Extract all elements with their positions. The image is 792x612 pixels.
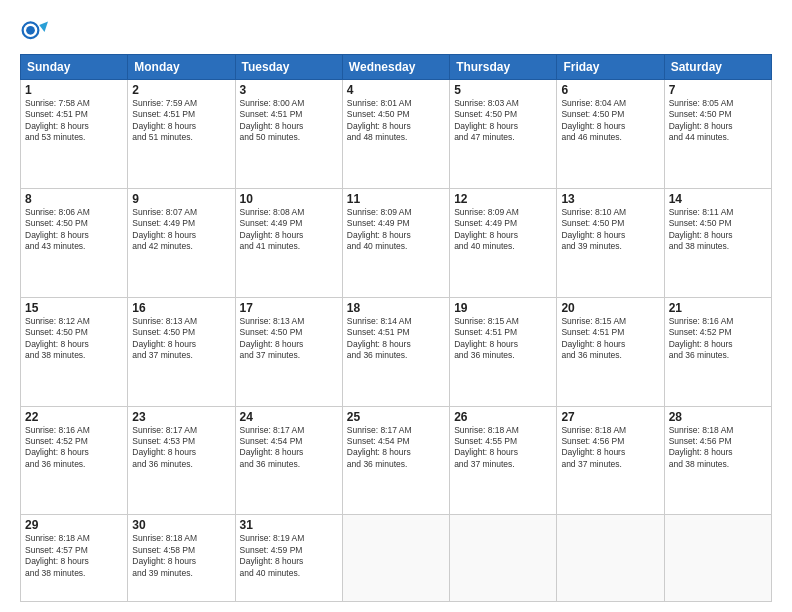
calendar-cell: 27Sunrise: 8:18 AM Sunset: 4:56 PM Dayli… — [557, 406, 664, 515]
day-info: Sunrise: 8:11 AM Sunset: 4:50 PM Dayligh… — [669, 207, 767, 253]
day-number: 27 — [561, 410, 659, 424]
day-info: Sunrise: 8:12 AM Sunset: 4:50 PM Dayligh… — [25, 316, 123, 362]
calendar-cell: 11Sunrise: 8:09 AM Sunset: 4:49 PM Dayli… — [342, 188, 449, 297]
day-number: 21 — [669, 301, 767, 315]
svg-point-1 — [26, 26, 35, 35]
day-number: 22 — [25, 410, 123, 424]
calendar-cell: 7Sunrise: 8:05 AM Sunset: 4:50 PM Daylig… — [664, 80, 771, 189]
day-number: 15 — [25, 301, 123, 315]
day-number: 4 — [347, 83, 445, 97]
day-info: Sunrise: 8:08 AM Sunset: 4:49 PM Dayligh… — [240, 207, 338, 253]
calendar-header-monday: Monday — [128, 55, 235, 80]
day-number: 7 — [669, 83, 767, 97]
calendar-cell: 1Sunrise: 7:58 AM Sunset: 4:51 PM Daylig… — [21, 80, 128, 189]
calendar-cell: 5Sunrise: 8:03 AM Sunset: 4:50 PM Daylig… — [450, 80, 557, 189]
day-info: Sunrise: 8:18 AM Sunset: 4:58 PM Dayligh… — [132, 533, 230, 579]
day-number: 11 — [347, 192, 445, 206]
calendar-cell: 24Sunrise: 8:17 AM Sunset: 4:54 PM Dayli… — [235, 406, 342, 515]
calendar-cell: 19Sunrise: 8:15 AM Sunset: 4:51 PM Dayli… — [450, 297, 557, 406]
day-info: Sunrise: 8:05 AM Sunset: 4:50 PM Dayligh… — [669, 98, 767, 144]
calendar-header-saturday: Saturday — [664, 55, 771, 80]
day-info: Sunrise: 8:14 AM Sunset: 4:51 PM Dayligh… — [347, 316, 445, 362]
day-number: 30 — [132, 518, 230, 532]
calendar-cell: 14Sunrise: 8:11 AM Sunset: 4:50 PM Dayli… — [664, 188, 771, 297]
day-number: 23 — [132, 410, 230, 424]
calendar-cell: 13Sunrise: 8:10 AM Sunset: 4:50 PM Dayli… — [557, 188, 664, 297]
calendar-cell: 25Sunrise: 8:17 AM Sunset: 4:54 PM Dayli… — [342, 406, 449, 515]
calendar-cell: 28Sunrise: 8:18 AM Sunset: 4:56 PM Dayli… — [664, 406, 771, 515]
calendar-cell: 21Sunrise: 8:16 AM Sunset: 4:52 PM Dayli… — [664, 297, 771, 406]
calendar-header-sunday: Sunday — [21, 55, 128, 80]
day-number: 26 — [454, 410, 552, 424]
logo-icon — [20, 18, 48, 46]
calendar-cell: 15Sunrise: 8:12 AM Sunset: 4:50 PM Dayli… — [21, 297, 128, 406]
day-info: Sunrise: 8:17 AM Sunset: 4:53 PM Dayligh… — [132, 425, 230, 471]
calendar-cell: 12Sunrise: 8:09 AM Sunset: 4:49 PM Dayli… — [450, 188, 557, 297]
calendar-header-thursday: Thursday — [450, 55, 557, 80]
day-number: 25 — [347, 410, 445, 424]
calendar-cell: 10Sunrise: 8:08 AM Sunset: 4:49 PM Dayli… — [235, 188, 342, 297]
calendar-cell: 9Sunrise: 8:07 AM Sunset: 4:49 PM Daylig… — [128, 188, 235, 297]
day-number: 2 — [132, 83, 230, 97]
calendar-cell: 20Sunrise: 8:15 AM Sunset: 4:51 PM Dayli… — [557, 297, 664, 406]
calendar-cell: 6Sunrise: 8:04 AM Sunset: 4:50 PM Daylig… — [557, 80, 664, 189]
calendar-cell — [342, 515, 449, 602]
logo — [20, 18, 52, 46]
calendar-cell: 8Sunrise: 8:06 AM Sunset: 4:50 PM Daylig… — [21, 188, 128, 297]
day-number: 12 — [454, 192, 552, 206]
calendar-cell: 16Sunrise: 8:13 AM Sunset: 4:50 PM Dayli… — [128, 297, 235, 406]
day-info: Sunrise: 8:16 AM Sunset: 4:52 PM Dayligh… — [669, 316, 767, 362]
calendar-cell: 30Sunrise: 8:18 AM Sunset: 4:58 PM Dayli… — [128, 515, 235, 602]
calendar-cell: 2Sunrise: 7:59 AM Sunset: 4:51 PM Daylig… — [128, 80, 235, 189]
calendar-cell: 31Sunrise: 8:19 AM Sunset: 4:59 PM Dayli… — [235, 515, 342, 602]
calendar-cell — [450, 515, 557, 602]
day-number: 28 — [669, 410, 767, 424]
day-number: 8 — [25, 192, 123, 206]
day-info: Sunrise: 8:13 AM Sunset: 4:50 PM Dayligh… — [132, 316, 230, 362]
header — [20, 18, 772, 46]
day-info: Sunrise: 8:09 AM Sunset: 4:49 PM Dayligh… — [454, 207, 552, 253]
calendar-header-friday: Friday — [557, 55, 664, 80]
day-info: Sunrise: 8:10 AM Sunset: 4:50 PM Dayligh… — [561, 207, 659, 253]
calendar-cell: 17Sunrise: 8:13 AM Sunset: 4:50 PM Dayli… — [235, 297, 342, 406]
day-info: Sunrise: 8:19 AM Sunset: 4:59 PM Dayligh… — [240, 533, 338, 579]
calendar-cell — [664, 515, 771, 602]
day-info: Sunrise: 8:03 AM Sunset: 4:50 PM Dayligh… — [454, 98, 552, 144]
calendar-table: SundayMondayTuesdayWednesdayThursdayFrid… — [20, 54, 772, 602]
day-info: Sunrise: 8:01 AM Sunset: 4:50 PM Dayligh… — [347, 98, 445, 144]
calendar-cell: 18Sunrise: 8:14 AM Sunset: 4:51 PM Dayli… — [342, 297, 449, 406]
calendar-cell: 3Sunrise: 8:00 AM Sunset: 4:51 PM Daylig… — [235, 80, 342, 189]
day-info: Sunrise: 8:17 AM Sunset: 4:54 PM Dayligh… — [347, 425, 445, 471]
svg-marker-2 — [39, 22, 48, 33]
day-number: 17 — [240, 301, 338, 315]
day-number: 10 — [240, 192, 338, 206]
day-info: Sunrise: 8:15 AM Sunset: 4:51 PM Dayligh… — [561, 316, 659, 362]
day-info: Sunrise: 8:18 AM Sunset: 4:56 PM Dayligh… — [561, 425, 659, 471]
day-info: Sunrise: 8:09 AM Sunset: 4:49 PM Dayligh… — [347, 207, 445, 253]
day-number: 13 — [561, 192, 659, 206]
day-info: Sunrise: 8:18 AM Sunset: 4:55 PM Dayligh… — [454, 425, 552, 471]
day-number: 1 — [25, 83, 123, 97]
calendar-header-row: SundayMondayTuesdayWednesdayThursdayFrid… — [21, 55, 772, 80]
day-info: Sunrise: 8:16 AM Sunset: 4:52 PM Dayligh… — [25, 425, 123, 471]
day-info: Sunrise: 8:06 AM Sunset: 4:50 PM Dayligh… — [25, 207, 123, 253]
day-info: Sunrise: 8:17 AM Sunset: 4:54 PM Dayligh… — [240, 425, 338, 471]
day-number: 14 — [669, 192, 767, 206]
day-number: 16 — [132, 301, 230, 315]
day-info: Sunrise: 7:58 AM Sunset: 4:51 PM Dayligh… — [25, 98, 123, 144]
day-info: Sunrise: 8:00 AM Sunset: 4:51 PM Dayligh… — [240, 98, 338, 144]
calendar-cell: 26Sunrise: 8:18 AM Sunset: 4:55 PM Dayli… — [450, 406, 557, 515]
day-info: Sunrise: 8:07 AM Sunset: 4:49 PM Dayligh… — [132, 207, 230, 253]
day-number: 20 — [561, 301, 659, 315]
calendar-cell — [557, 515, 664, 602]
day-number: 3 — [240, 83, 338, 97]
day-number: 29 — [25, 518, 123, 532]
day-info: Sunrise: 8:15 AM Sunset: 4:51 PM Dayligh… — [454, 316, 552, 362]
calendar-cell: 29Sunrise: 8:18 AM Sunset: 4:57 PM Dayli… — [21, 515, 128, 602]
day-number: 18 — [347, 301, 445, 315]
day-number: 19 — [454, 301, 552, 315]
calendar-cell: 23Sunrise: 8:17 AM Sunset: 4:53 PM Dayli… — [128, 406, 235, 515]
day-number: 5 — [454, 83, 552, 97]
day-number: 31 — [240, 518, 338, 532]
calendar-cell: 22Sunrise: 8:16 AM Sunset: 4:52 PM Dayli… — [21, 406, 128, 515]
